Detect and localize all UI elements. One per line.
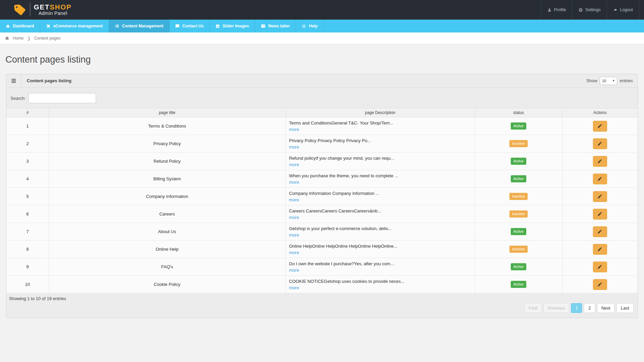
search-input[interactable]	[28, 93, 96, 103]
brand-subtitle: Admin Panel	[34, 11, 72, 16]
edit-button[interactable]	[593, 279, 607, 290]
pencil-icon	[597, 247, 602, 252]
profile-icon	[547, 8, 552, 12]
nav-item-content-management[interactable]: Content Management	[109, 20, 169, 32]
pagination-page-1[interactable]: 1	[571, 303, 582, 313]
description-text: Company Information Company Information …	[289, 190, 472, 197]
search-label: Search:	[10, 96, 26, 101]
table-row: 9 FAQ's Do I own the website I purchase?…	[6, 258, 638, 276]
more-link[interactable]: more	[289, 127, 299, 132]
row-num: 1	[6, 117, 49, 135]
description-text: When you purchase the theme, you need to…	[289, 173, 472, 179]
pencil-icon	[597, 211, 602, 217]
status-badge: Active	[511, 228, 526, 235]
more-link[interactable]: more	[289, 232, 299, 238]
more-link[interactable]: more	[289, 215, 299, 220]
description-text: Privacy Policy Privacy Policy Privacy Po…	[289, 138, 472, 144]
description-text: Do I own the website I purchase?Yes, aft…	[289, 261, 472, 267]
logout-button[interactable]: Logout	[607, 0, 639, 20]
description-text: Terms and ConditionsGeneral T&C- Your Sh…	[289, 120, 472, 126]
panel-header: Content pages listing Show 10 ▼ entries	[6, 74, 638, 88]
pencil-icon	[597, 229, 602, 234]
nav-item-ecommerce-management[interactable]: eCommerce management	[40, 20, 109, 32]
nav-item-slider-images[interactable]: Slider Images	[210, 20, 255, 32]
more-link[interactable]: more	[289, 268, 299, 273]
row-description: Terms and ConditionsGeneral T&C- Your Sh…	[285, 117, 475, 135]
nav-item-news-latter[interactable]: News latter	[255, 20, 296, 32]
header-status[interactable]: status	[475, 108, 562, 117]
table-row: 1 Terms & Conditions Terms and Condition…	[6, 117, 638, 135]
row-num: 2	[6, 135, 49, 153]
pagination-next[interactable]: Next	[597, 303, 615, 313]
entries-label: entries	[620, 78, 633, 83]
more-link[interactable]: more	[289, 250, 299, 255]
row-description: Do I own the website I purchase?Yes, aft…	[285, 258, 475, 276]
more-link[interactable]: more	[289, 285, 299, 291]
header-actions[interactable]: Actions	[562, 108, 638, 117]
description-text: Refund policyIf you change your mind, yo…	[289, 155, 472, 161]
cart-icon	[46, 24, 51, 28]
pagination-first[interactable]: First	[524, 303, 542, 313]
list-icon	[115, 24, 119, 28]
pencil-icon	[597, 176, 602, 181]
brand-name: GETSHOP	[34, 4, 72, 11]
menu-icon	[302, 24, 306, 28]
pagination-page-2[interactable]: 2	[584, 303, 595, 313]
status-badge: Inactive	[509, 140, 528, 147]
settings-button[interactable]: ⚙ Settings	[572, 0, 607, 20]
pencil-icon	[597, 159, 602, 164]
table-summary: Showing 1 to 10 of 19 entries	[6, 293, 638, 301]
row-description: COOKIE NOTICEGetshop uses cookies to pro…	[285, 276, 475, 293]
edit-button[interactable]	[593, 209, 607, 220]
row-title: Cookie Policy	[49, 276, 285, 293]
description-text: COOKIE NOTICEGetshop uses cookies to pro…	[289, 278, 472, 285]
nav-item-help[interactable]: Help	[296, 20, 324, 32]
price-tag-icon	[13, 3, 27, 17]
row-num: 7	[6, 223, 49, 241]
page-title: Content pages listing	[5, 54, 644, 65]
edit-button[interactable]	[593, 191, 607, 202]
status-badge: Active	[511, 158, 526, 165]
row-title: Refund Policy	[49, 153, 285, 170]
edit-button[interactable]	[593, 244, 607, 255]
header-num[interactable]: #	[6, 108, 49, 117]
row-title: Company Information	[49, 188, 285, 205]
row-title: FAQ's	[49, 258, 285, 276]
edit-button[interactable]	[593, 226, 607, 237]
edit-button[interactable]	[593, 262, 607, 272]
profile-button[interactable]: Profile	[541, 0, 572, 20]
more-link[interactable]: more	[289, 144, 299, 150]
pagination: First Previous 1 2 Next Last	[6, 301, 638, 318]
brand-logo[interactable]: GETSHOP Admin Panel	[0, 0, 72, 20]
more-link[interactable]: more	[289, 197, 299, 203]
header-page-title[interactable]: page title	[49, 108, 285, 117]
pencil-icon	[597, 123, 602, 129]
edit-button[interactable]	[593, 156, 607, 167]
more-link[interactable]: more	[289, 162, 299, 167]
pagination-last[interactable]: Last	[616, 303, 634, 313]
row-title: Terms & Conditions	[49, 117, 285, 135]
row-description: Online HelpOnline HelpOnline HelpOnline …	[285, 241, 475, 258]
edit-button[interactable]	[593, 138, 607, 149]
nav-item-dashboard[interactable]: Dashboard	[0, 20, 40, 32]
row-num: 4	[6, 170, 49, 188]
home-icon	[5, 36, 9, 41]
panel-collapse-toggle[interactable]	[6, 74, 21, 87]
panel-title: Content pages listing	[21, 78, 71, 83]
row-num: 8	[6, 241, 49, 258]
page-size-select[interactable]: 10 ▼	[600, 77, 617, 85]
pagination-previous[interactable]: Previous	[544, 303, 570, 313]
edit-button[interactable]	[593, 174, 607, 184]
status-badge: Active	[511, 175, 526, 182]
main-nav: Dashboard eCommerce management Content M…	[0, 20, 644, 32]
more-link[interactable]: more	[289, 180, 299, 185]
table-row: 3 Refund Policy Refund policyIf you chan…	[6, 153, 638, 170]
edit-button[interactable]	[593, 121, 607, 132]
row-title: Online Help	[49, 241, 285, 258]
breadcrumb-home[interactable]: Home	[13, 36, 24, 41]
nav-item-contact-us[interactable]: Contact Us	[169, 20, 210, 32]
hamburger-icon	[11, 78, 16, 83]
header-page-description[interactable]: page Description	[285, 108, 475, 117]
breadcrumb: Home ❯ Content pages	[0, 32, 644, 44]
table-row: 4 Billing System When you purchase the t…	[6, 170, 638, 188]
